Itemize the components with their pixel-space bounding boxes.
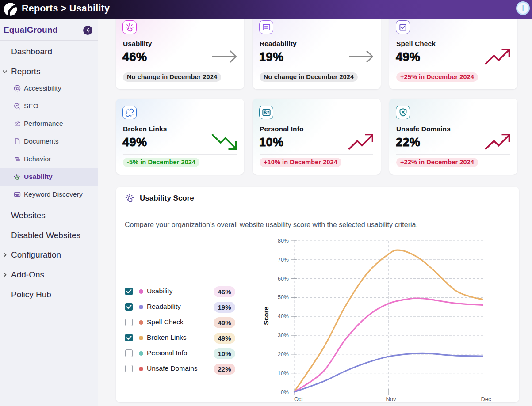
svg-text:40%: 40% (278, 313, 289, 319)
svg-text:Dec: Dec (481, 396, 491, 402)
svg-text:30%: 30% (278, 332, 289, 338)
svg-text:Score: Score (262, 307, 270, 325)
svg-text:20%: 20% (278, 351, 289, 357)
svg-text:Oct: Oct (294, 396, 303, 402)
svg-text:70%: 70% (278, 257, 289, 263)
svg-text:10%: 10% (278, 370, 289, 376)
svg-text:80%: 80% (278, 238, 289, 244)
svg-text:60%: 60% (278, 276, 289, 282)
svg-text:0%: 0% (281, 389, 289, 395)
svg-text:50%: 50% (278, 294, 289, 300)
svg-text:Nov: Nov (386, 396, 396, 402)
